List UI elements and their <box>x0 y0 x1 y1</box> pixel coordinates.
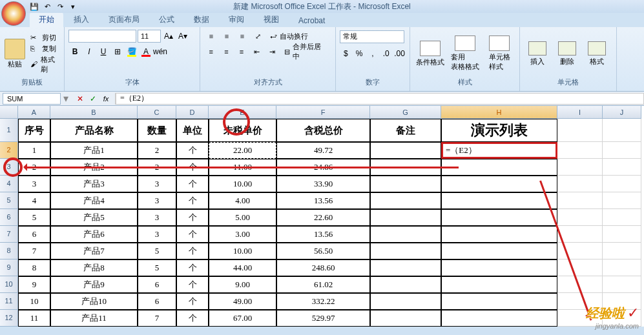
cell[interactable]: =（E2） <box>441 142 557 159</box>
cell[interactable]: 个 <box>176 259 209 276</box>
cell[interactable]: 产品1 <box>50 142 138 159</box>
row-header-12[interactable]: 12 <box>0 310 18 327</box>
inc-decimal-button[interactable]: .0 <box>380 47 392 60</box>
wrap-text-button[interactable]: ⮐自动换行 <box>266 30 312 43</box>
cell[interactable]: 产品8 <box>50 259 138 276</box>
cell[interactable]: 529.97 <box>276 310 370 327</box>
cell[interactable] <box>441 293 557 310</box>
cell[interactable] <box>557 159 603 176</box>
col-header-B[interactable]: B <box>50 106 138 119</box>
align-left-button[interactable]: ≡ <box>204 45 218 58</box>
row-header-5[interactable]: 5 <box>0 192 18 209</box>
cell[interactable]: 4 <box>18 192 50 209</box>
delete-cell-button[interactable]: 删除 <box>554 41 581 66</box>
cell[interactable] <box>441 310 557 327</box>
cell[interactable] <box>557 192 603 209</box>
cell[interactable] <box>370 310 441 327</box>
save-icon[interactable]: 💾 <box>28 1 40 12</box>
cell[interactable]: 个 <box>176 142 209 159</box>
cell[interactable]: 产品9 <box>50 276 138 293</box>
cell[interactable]: 产品6 <box>50 226 138 243</box>
cell[interactable]: 3 <box>138 226 176 243</box>
cell[interactable]: 6 <box>18 226 50 243</box>
cut-button[interactable]: ✂剪切 <box>29 32 60 43</box>
cell[interactable]: 22.60 <box>276 209 370 226</box>
cell[interactable] <box>370 176 441 192</box>
cell[interactable] <box>370 209 441 226</box>
cell[interactable]: 个 <box>176 276 209 293</box>
underline-button[interactable]: U <box>97 45 110 58</box>
number-format-combo[interactable] <box>340 30 404 43</box>
tab-home[interactable]: 开始 <box>30 12 63 27</box>
select-all-corner[interactable] <box>0 106 18 119</box>
copy-button[interactable]: ⎘复制 <box>29 43 60 54</box>
cell[interactable]: 44.00 <box>209 259 276 276</box>
cell[interactable]: 产品4 <box>50 192 138 209</box>
align-right-button[interactable]: ≡ <box>234 45 249 58</box>
cell[interactable] <box>603 176 641 192</box>
merge-center-button[interactable]: ⊟合并后居中 <box>280 45 331 58</box>
align-bottom-button[interactable]: ≡ <box>235 30 249 43</box>
cell[interactable]: 个 <box>176 226 209 243</box>
dec-decimal-button[interactable]: .00 <box>393 47 406 60</box>
cell[interactable] <box>557 209 603 226</box>
cell[interactable]: 个 <box>176 209 209 226</box>
name-box-dropdown-icon[interactable]: ▾ <box>61 92 71 105</box>
cell[interactable]: 备注 <box>370 119 441 142</box>
format-cell-button[interactable]: 格式 <box>583 41 610 66</box>
cell[interactable]: 61.02 <box>276 276 370 293</box>
cell[interactable]: 10.00 <box>209 243 276 259</box>
shrink-font-button[interactable]: A▾ <box>176 30 189 43</box>
col-header-C[interactable]: C <box>138 106 176 119</box>
cell[interactable] <box>441 192 557 209</box>
cell[interactable]: 3 <box>138 176 176 192</box>
cell[interactable]: 含税总价 <box>276 119 370 142</box>
cell[interactable]: 248.60 <box>276 259 370 276</box>
cell[interactable]: 产品10 <box>50 293 138 310</box>
cell[interactable]: 6 <box>138 276 176 293</box>
cell[interactable] <box>603 192 641 209</box>
cell[interactable]: 6 <box>138 293 176 310</box>
table-format-button[interactable]: 套用 表格格式 <box>449 36 481 72</box>
col-header-I[interactable]: I <box>557 106 603 119</box>
cell[interactable]: 个 <box>176 176 209 192</box>
cell[interactable]: 个 <box>176 159 209 176</box>
row-header-2[interactable]: 2 <box>0 142 18 159</box>
row-header-3[interactable]: 3 <box>0 159 18 176</box>
italic-button[interactable]: I <box>83 45 96 58</box>
cell[interactable] <box>441 276 557 293</box>
font-size-combo[interactable] <box>138 30 161 43</box>
cell[interactable] <box>603 226 641 243</box>
row-header-7[interactable]: 7 <box>0 226 18 243</box>
row-header-11[interactable]: 11 <box>0 293 18 310</box>
cell[interactable]: 11 <box>18 310 50 327</box>
row-header-8[interactable]: 8 <box>0 243 18 259</box>
cell[interactable]: 13.56 <box>276 226 370 243</box>
orientation-button[interactable]: ⤢ <box>251 30 265 43</box>
cell[interactable]: 3 <box>138 209 176 226</box>
row-header-10[interactable]: 10 <box>0 276 18 293</box>
tab-view[interactable]: 视图 <box>254 12 288 27</box>
col-header-A[interactable]: A <box>18 106 50 119</box>
cell[interactable]: 56.50 <box>276 243 370 259</box>
cell[interactable]: 22.00 <box>209 142 276 159</box>
row-header-6[interactable]: 6 <box>0 209 18 226</box>
cell[interactable] <box>557 276 603 293</box>
cell[interactable] <box>603 142 641 159</box>
cell[interactable]: 49.00 <box>209 293 276 310</box>
cell[interactable]: 49.72 <box>276 142 370 159</box>
cell[interactable]: 个 <box>176 243 209 259</box>
cell[interactable] <box>370 226 441 243</box>
col-header-H[interactable]: H <box>441 106 557 119</box>
cell[interactable]: 个 <box>176 310 209 327</box>
cell[interactable]: 3.00 <box>209 226 276 243</box>
cell[interactable] <box>557 176 603 192</box>
format-painter-button[interactable]: 🖌格式刷 <box>29 54 60 75</box>
tab-review[interactable]: 审阅 <box>220 12 253 27</box>
cell[interactable]: 7 <box>18 243 50 259</box>
cell[interactable]: 332.22 <box>276 293 370 310</box>
cell[interactable]: 3 <box>18 176 50 192</box>
redo-icon[interactable]: ↷ <box>54 1 66 12</box>
cell[interactable]: 13.56 <box>276 192 370 209</box>
undo-icon[interactable]: ↶ <box>41 1 53 12</box>
